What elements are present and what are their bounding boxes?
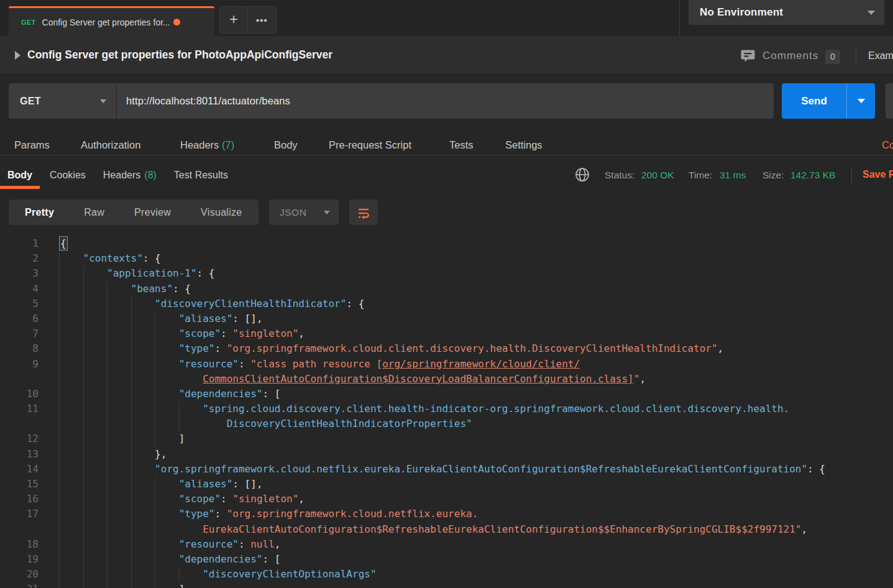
request-tab-headers[interactable]: Headers (7) <box>180 140 234 150</box>
line-number: 18 <box>0 537 39 552</box>
line-number: 13 <box>0 447 39 462</box>
more-tabs-button[interactable]: ••• <box>248 7 276 33</box>
request-builder: GET http://localhost:8011/actuator/beans… <box>0 75 893 155</box>
tab-actions: + ••• <box>219 6 277 34</box>
view-mode-group: PrettyRawPreviewVisualize <box>9 200 259 225</box>
line-number: 16 <box>0 492 39 507</box>
response-body-editor[interactable]: 1{2"contexts": {3"application-1": {4"bea… <box>0 231 893 588</box>
size-label: Size: <box>762 170 784 181</box>
line-number: 15 <box>0 477 39 492</box>
code-line: 16"scope": "singleton", <box>0 492 893 507</box>
url-bar: GET http://localhost:8011/actuator/beans <box>9 83 774 119</box>
request-tab-settings[interactable]: Settings <box>505 140 543 150</box>
globe-icon <box>575 167 590 182</box>
response-tab-headers[interactable]: Headers(8) <box>96 156 164 194</box>
code-line: 5"discoveryClientHealthIndicator": { <box>0 296 893 311</box>
save-response-button[interactable]: Save Response <box>863 169 893 180</box>
view-mode-raw[interactable]: Raw <box>69 207 119 218</box>
request-tab-body[interactable]: Body <box>274 140 298 150</box>
postman-app: GET Config Server get properties for... … <box>0 0 893 588</box>
comments-button[interactable]: Comments <box>762 50 818 62</box>
examples-button[interactable]: Examples <box>868 50 893 62</box>
chevron-down-icon <box>324 211 330 214</box>
code-line: 2"contexts": { <box>0 251 893 266</box>
unsaved-changes-dot <box>173 19 180 25</box>
save-button-clipped[interactable] <box>886 83 893 119</box>
code-line: 4"beans": { <box>0 282 893 296</box>
line-number: 17 <box>0 507 39 521</box>
divider <box>856 45 856 65</box>
status-value[interactable]: 200 OK <box>641 170 674 181</box>
code-line-wrap: DiscoveryClientHealthIndicatorProperties… <box>0 416 893 431</box>
request-tab[interactable]: GET Config Server get properties for... <box>9 6 214 36</box>
comments-count-badge: 0 <box>825 50 840 64</box>
language-selector[interactable]: JSON <box>269 200 339 225</box>
tab-method-label: GET <box>21 19 36 26</box>
wrap-lines-button[interactable] <box>349 200 378 225</box>
divider <box>679 0 680 36</box>
response-tab-cookies[interactable]: Cookies <box>42 156 93 194</box>
line-number: 12 <box>0 431 39 446</box>
send-options-button[interactable] <box>847 83 875 119</box>
comment-icon <box>740 48 756 63</box>
chevron-down-icon <box>868 11 875 15</box>
line-number: 14 <box>0 462 39 477</box>
chevron-down-icon <box>858 99 865 103</box>
request-title: Config Server get properties for PhotoAp… <box>27 48 332 62</box>
new-tab-button[interactable]: + <box>220 7 248 33</box>
response-tab-test-results[interactable]: Test Results <box>167 156 236 194</box>
code-line: 15"aliases": [], <box>0 477 893 492</box>
cookies-link[interactable]: Cookies <box>882 140 893 150</box>
response-tab-body[interactable]: Body <box>0 156 40 194</box>
code-line: 14"org.springframework.cloud.netflix.eur… <box>0 462 893 477</box>
line-number: 3 <box>0 266 39 281</box>
request-tab-authorization[interactable]: Authorization <box>81 140 140 150</box>
line-number: 4 <box>0 282 39 296</box>
size-value[interactable]: 142.73 KB <box>790 170 835 181</box>
code-line: 21] <box>0 582 893 588</box>
code-line: 20"discoveryClientOptionalArgs" <box>0 567 893 582</box>
line-number: 20 <box>0 567 39 582</box>
count-badge: (8) <box>144 170 157 181</box>
view-mode-preview[interactable]: Preview <box>119 207 186 218</box>
code-line: 9"resource": "class path resource [org/s… <box>0 357 893 372</box>
code-line: 18"resource": null, <box>0 537 893 552</box>
request-tab-params[interactable]: Params <box>14 140 50 150</box>
url-input[interactable]: http://localhost:8011/actuator/beans <box>117 95 290 107</box>
code-line: 1{ <box>0 236 893 251</box>
request-title-row: Config Server get properties for PhotoAp… <box>0 36 893 75</box>
request-tab-pre-request-script[interactable]: Pre-request Script <box>329 140 411 150</box>
code-line: 19"dependencies": [ <box>0 552 893 567</box>
tab-strip: GET Config Server get properties for... … <box>0 0 893 36</box>
code-line: 8"type": "org.springframework.cloud.clie… <box>0 341 893 356</box>
line-number: 9 <box>0 357 39 372</box>
response-view-bar: PrettyRawPreviewVisualize JSON <box>0 194 893 231</box>
code-line: 6"aliases": [], <box>0 311 893 326</box>
line-number: 10 <box>0 387 39 402</box>
line-number: 5 <box>0 296 39 311</box>
divider <box>851 167 852 185</box>
collapse-arrow-icon[interactable] <box>15 51 21 60</box>
plus-icon: + <box>229 12 238 27</box>
view-mode-visualize[interactable]: Visualize <box>186 207 257 218</box>
request-tab-tests[interactable]: Tests <box>449 140 474 150</box>
code-line: 11"spring.cloud.discovery.client.health-… <box>0 402 893 416</box>
code-line: 10"dependencies": [ <box>0 387 893 402</box>
code-line: 12] <box>0 431 893 446</box>
line-number: 19 <box>0 552 39 567</box>
tab-title: Config Server get properties for... <box>42 17 170 27</box>
line-number: 6 <box>0 311 39 326</box>
line-number: 21 <box>0 582 39 588</box>
status-label: Status: <box>605 170 634 181</box>
chevron-down-icon <box>100 99 106 103</box>
time-label: Time: <box>689 170 712 181</box>
time-value[interactable]: 31 ms <box>720 170 746 181</box>
line-number: 1 <box>0 236 39 251</box>
response-tabs: BodyCookiesHeaders(8)Test Results <box>0 156 238 194</box>
view-mode-pretty[interactable]: Pretty <box>10 207 69 218</box>
send-button[interactable]: Send <box>782 83 875 119</box>
method-selector[interactable]: GET <box>9 83 117 119</box>
environment-selector[interactable]: No Environment <box>689 0 884 25</box>
line-number: 7 <box>0 326 39 341</box>
code-line: 17"type": "org.springframework.cloud.net… <box>0 507 893 521</box>
